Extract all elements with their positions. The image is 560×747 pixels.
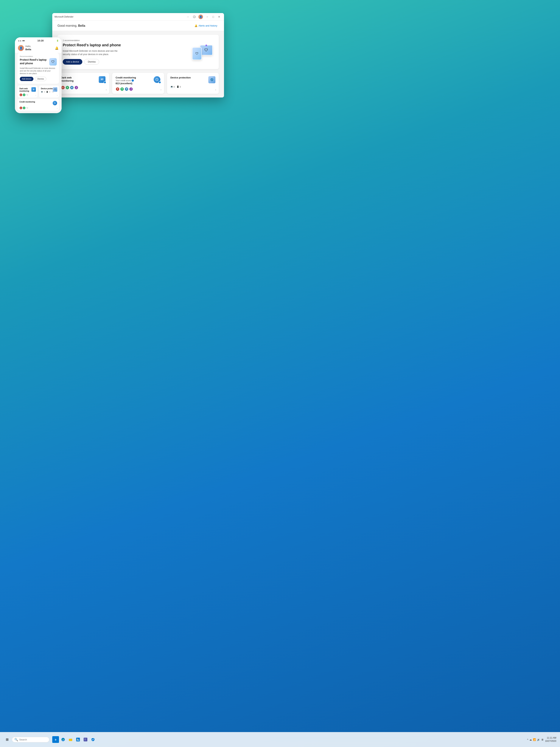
taskbar-app-explorer[interactable] [67, 736, 74, 743]
phone-rec-header: Protect Reed's laptop and phone 🛡 [20, 58, 57, 66]
phone-rec-label: Recommendation [20, 55, 57, 57]
credit-avatar-4: J [129, 87, 133, 91]
phone-count: 📱 0 [177, 85, 181, 88]
taskbar-clock[interactable]: 11:11 AM 10/27/2023 [545, 736, 556, 743]
phone-credit-card[interactable]: Credit monitoring $ B R +2 › [18, 99, 59, 110]
credit-chevron: › [161, 88, 161, 91]
tray-wifi[interactable]: 📶 [533, 738, 536, 741]
phone-rec-desc: Install Microsoft Defender on more devic… [20, 67, 57, 75]
credit-score-label: Your credit score i [115, 79, 136, 82]
phone-bell-icon[interactable]: 🔔 [55, 46, 59, 50]
avatar-2: R [65, 85, 70, 89]
tray-caret[interactable]: ^ [527, 738, 528, 741]
search-input[interactable] [19, 738, 45, 741]
greeting-prefix: Good morning, [57, 24, 78, 27]
window-title: Microsoft Defender [54, 16, 186, 18]
phone-user-info: 👤 Hello, Bella [18, 45, 31, 51]
phone-rec-title: Protect Reed's laptop and phone [20, 58, 48, 65]
window-titlebar: Microsoft Defender ··· ? 👤 − □ ✕ [52, 13, 224, 21]
add-device-button[interactable]: Add a device [63, 59, 82, 65]
credit-score-value: 813 (excellent) [115, 82, 136, 85]
phone-username: Bella [25, 48, 31, 51]
device-counts: 💻 0 📱 0 [170, 85, 215, 88]
titlebar-user-avatar[interactable]: 👤 [198, 15, 203, 19]
phone-dw-chevron: › [35, 94, 36, 96]
titlebar-more-button[interactable]: ··· [186, 15, 190, 19]
svg-rect-2 [76, 738, 80, 741]
dark-web-card[interactable]: Dark web monitoring ✓ B [57, 73, 109, 94]
window-controls: − □ ✕ [205, 14, 222, 20]
dark-web-avatars: B R M J [61, 85, 106, 89]
taskbar-apps: b T [52, 736, 96, 743]
phone-status-bar: ▲▲ ■■ 10:28 🔋 [15, 37, 61, 43]
phone-dismiss-button[interactable]: Dismiss [35, 77, 46, 81]
tray-display[interactable]: 🖥 [541, 738, 543, 741]
taskbar-app-bing[interactable]: b [52, 736, 59, 743]
phone-rec-card: Recommendation Protect Reed's laptop and… [18, 53, 59, 84]
dark-web-title: Dark web monitoring [61, 76, 83, 82]
phone-credit-avatars: B R +2 [20, 106, 57, 109]
credit-avatars: B R M J [115, 87, 161, 91]
system-tray: ^ ☁ 📶 🔊 🖥 [527, 738, 543, 741]
phone-credit-icon: $ [53, 101, 57, 105]
credit-avatar-3: M [125, 87, 129, 91]
taskbar-app-photos[interactable] [75, 736, 81, 743]
taskbar-date-value: 10/27/2023 [545, 740, 556, 743]
phone-dark-web-card[interactable]: Dark web monitoring 🖥 B R +2 › [18, 85, 37, 98]
rec-card-content: 1 recommendation Protect Reed's laptop a… [63, 39, 191, 65]
credit-card[interactable]: Credit monitoring Your credit score i 81… [112, 73, 164, 94]
defender-content: 1 recommendation Protect Reed's laptop a… [52, 31, 224, 98]
dark-web-chevron: › [106, 88, 107, 91]
info-cards-row: Dark web monitoring ✓ B [57, 73, 219, 94]
rec-label: 1 recommendation [63, 39, 191, 42]
device-prot-title: Device protection [170, 76, 191, 79]
close-button[interactable]: ✕ [216, 14, 222, 20]
bell-icon: 🔔 [194, 24, 197, 27]
phone-dw-av1: B [20, 93, 22, 96]
greeting-username: Bella [78, 24, 85, 27]
tray-volume[interactable]: 🔊 [537, 738, 540, 741]
phone-avatar: 👤 [18, 45, 24, 51]
laptop-count-value: 0 [174, 86, 175, 88]
credit-avatar-1: B [115, 87, 119, 91]
taskbar-app-edge[interactable] [60, 736, 66, 743]
taskbar-app-teams[interactable]: T [82, 736, 89, 743]
phone-add-device-button[interactable]: Add device [20, 77, 33, 81]
dark-web-icon: ✓ [99, 76, 106, 83]
phone-greeting-text: Hello, [25, 45, 31, 48]
phone-credit-title: Credit monitoring [20, 101, 35, 103]
credit-icon: ✓ [154, 76, 161, 83]
phone-signal: ▲▲ ■■ [18, 40, 25, 42]
phone-cr-av1: B [20, 106, 22, 109]
phone-greeting: Hello, Bella [25, 45, 31, 51]
device-illustration: 🛡 🛡 [192, 44, 213, 60]
search-icon: 🔍 [15, 738, 18, 741]
taskbar-search[interactable]: 🔍 [12, 737, 49, 742]
dismiss-button[interactable]: Dismiss [84, 59, 99, 65]
phone-app-header: 👤 Hello, Bella 🔔 [15, 43, 61, 53]
titlebar-help-button[interactable]: ? [192, 15, 197, 19]
phone-cr-chevron: › [57, 107, 57, 109]
svg-rect-8 [101, 78, 104, 80]
credit-title: Credit monitoring [115, 76, 136, 79]
device-prot-chevron: › [215, 88, 216, 91]
phone-rec-illustration: 🛡 [49, 58, 57, 66]
taskbar-app-defender[interactable] [89, 736, 96, 743]
phone-dev-count1: 0 [44, 91, 45, 93]
device-protection-card[interactable]: Device protection 💻 0 📱 [167, 73, 219, 94]
phone-device-prot-card[interactable]: Device protection 🛡 💻 0 📱 0 +2 › [39, 85, 59, 98]
alerts-history-button[interactable]: 🔔 Alerts and history [193, 24, 219, 28]
phone-dark-web-icon: 🖥 [31, 87, 36, 92]
device-prot-icon [208, 76, 215, 83]
minimize-button[interactable]: − [205, 14, 210, 20]
svg-point-3 [77, 739, 78, 740]
phone-cr-av2: R [23, 106, 26, 109]
restore-button[interactable]: □ [211, 14, 216, 20]
phone-icon: 📱 [177, 85, 179, 88]
tray-cloud[interactable]: ☁ [529, 738, 532, 741]
credit-header: Credit monitoring Your credit score i 81… [115, 76, 161, 85]
alerts-button-label: Alerts and history [198, 24, 217, 27]
phone-time: 10:28 [37, 39, 44, 42]
start-button[interactable]: ⊞ [4, 736, 10, 743]
phone-laptop-icon: 💻 [41, 91, 43, 93]
